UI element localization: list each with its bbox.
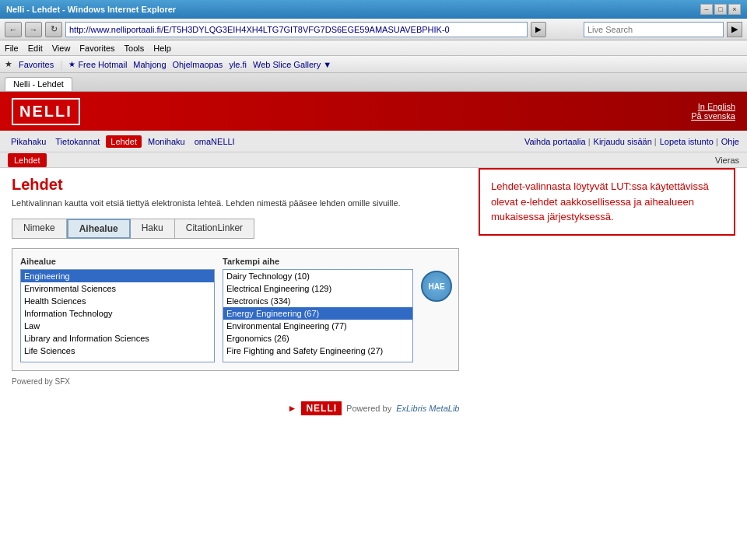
nav-vaihda[interactable]: Vaihda portaalia xyxy=(524,137,591,146)
tab-aihealue[interactable]: Aihealue xyxy=(67,219,131,239)
aihealue-col: Aihealue Engineering Environmental Scien… xyxy=(20,257,215,362)
tab-haku[interactable]: Haku xyxy=(131,219,175,239)
breadcrumb: Lehdet xyxy=(8,153,47,167)
menu-help[interactable]: Help xyxy=(153,44,171,53)
fav-free-hotmail[interactable]: ★ Free Hotmail xyxy=(68,60,127,69)
list-item[interactable]: Environmental Engineering (77) xyxy=(223,320,412,332)
go-button[interactable]: ▶ xyxy=(531,22,546,37)
list-item[interactable]: Electrical Engineering (129) xyxy=(223,282,412,295)
breadcrumb-visitor-bar: Lehdet Vieras xyxy=(0,152,747,168)
app-container: NELLI In English På svenska Pikahaku Tie… xyxy=(0,92,747,439)
language-selector: In English På svenska xyxy=(691,102,735,121)
fav-web-slice[interactable]: Web Slice Gallery ▼ xyxy=(253,60,331,69)
maximize-button[interactable]: □ xyxy=(714,4,727,15)
tab-bar: Nelli - Lehdet xyxy=(0,73,747,92)
aihealue-listbox[interactable]: Engineering Environmental Sciences Healt… xyxy=(20,269,215,362)
refresh-button[interactable]: ↻ xyxy=(45,22,62,37)
tarkempi-listbox[interactable]: Dairy Technology (10) Electrical Enginee… xyxy=(223,269,413,362)
page-title: Lehdet xyxy=(12,176,479,194)
fav-favorites[interactable]: Favorites xyxy=(19,60,54,69)
content-tabs: Nimeke Aihealue Haku CitationLinker xyxy=(12,219,479,239)
list-item[interactable]: Energy Engineering (67) xyxy=(223,307,412,320)
tab-citationlinker[interactable]: CitationLinker xyxy=(175,219,254,239)
nelli-logo: NELLI xyxy=(12,98,80,125)
menu-edit[interactable]: Edit xyxy=(28,44,43,53)
form-row: Aihealue Engineering Environmental Scien… xyxy=(20,257,451,362)
address-bar[interactable] xyxy=(65,22,528,37)
hae-button[interactable]: HAE xyxy=(421,271,452,302)
nav-lopeta[interactable]: Lopeta istunto xyxy=(660,137,718,146)
visitor-label: Vieras xyxy=(715,156,739,165)
lang-english[interactable]: In English xyxy=(698,102,735,111)
search-form: Aihealue Engineering Environmental Scien… xyxy=(12,248,459,371)
close-button[interactable]: × xyxy=(728,4,741,15)
menu-bar: File Edit View Favorites Tools Help xyxy=(0,40,747,56)
tab-nimeke[interactable]: Nimeke xyxy=(12,219,67,239)
browser-toolbar: ← → ↻ ▶ ▶ xyxy=(0,19,747,40)
page-desc: Lehtivalinnan kautta voit etsiä tiettyä … xyxy=(12,198,479,208)
list-item[interactable]: Health Sciences xyxy=(21,295,214,307)
powered-by: Powered by SFX xyxy=(12,377,479,386)
nelli-nav-right: Vaihda portaalia Kirjaudu sisään Lopeta … xyxy=(524,137,739,146)
nav-omanelli[interactable]: omaNELLI xyxy=(191,135,238,148)
left-panel: Lehdet Lehtivalinnan kautta voit etsiä t… xyxy=(12,176,479,386)
list-item[interactable]: Information Technology xyxy=(21,307,214,320)
fav-mahjong[interactable]: Mahjong xyxy=(133,60,166,69)
footer-logo: ► NELLI Powered by ExLibris MetaLib xyxy=(288,401,460,415)
menu-favorites[interactable]: Favorites xyxy=(79,44,114,53)
nav-monihaku[interactable]: Monihaku xyxy=(145,135,188,148)
favorites-bar: ★ Favorites | ★ Free Hotmail Mahjong Ohj… xyxy=(0,56,747,73)
nav-ohje[interactable]: Ohje xyxy=(721,137,739,146)
nelli-logo-text: NELLI xyxy=(12,98,80,125)
nelli-nav: Pikahaku Tietokannat Lehdet Monihaku oma… xyxy=(0,131,747,152)
lang-swedish[interactable]: På svenska xyxy=(691,111,735,121)
back-button[interactable]: ← xyxy=(5,22,22,37)
window-controls: – □ × xyxy=(700,4,741,15)
list-item[interactable]: Fire Fighting and Safety Engineering (27… xyxy=(223,345,412,357)
list-item[interactable]: Life Sciences xyxy=(21,345,214,357)
minimize-button[interactable]: – xyxy=(700,4,713,15)
aihealue-label: Aihealue xyxy=(20,257,215,266)
nelli-nav-left: Pikahaku Tietokannat Lehdet Monihaku oma… xyxy=(8,135,238,148)
nelli-footer: ► NELLI Powered by ExLibris MetaLib xyxy=(12,386,735,431)
nav-tietokannat[interactable]: Tietokannat xyxy=(52,135,103,148)
tarkempi-label: Tarkempi aihe xyxy=(223,257,413,266)
forward-button[interactable]: → xyxy=(25,22,42,37)
nav-pikahaku[interactable]: Pikahaku xyxy=(8,135,49,148)
list-item[interactable]: Ergonomics (26) xyxy=(223,332,412,345)
browser-title-bar: Nelli - Lehdet - Windows Internet Explor… xyxy=(0,0,747,19)
search-input[interactable] xyxy=(584,22,724,37)
footer-nelli-text: NELLI xyxy=(301,401,342,415)
list-item[interactable]: Electronics (334) xyxy=(223,295,412,307)
list-item[interactable]: Dairy Technology (10) xyxy=(223,270,412,282)
tooltip-box: Lehdet-valinnasta löytyvät LUT:ssa käyte… xyxy=(479,168,735,236)
menu-file[interactable]: File xyxy=(5,44,19,53)
list-item[interactable]: Library and Information Sciences xyxy=(21,332,214,345)
nelli-header: NELLI In English På svenska xyxy=(0,92,747,131)
footer-metalib-text: ExLibris MetaLib xyxy=(396,404,459,413)
fav-yle[interactable]: yle.fi xyxy=(229,60,247,69)
fav-ohjelmaopas[interactable]: Ohjelmaopas xyxy=(173,60,223,69)
menu-view[interactable]: View xyxy=(52,44,71,53)
search-go-button[interactable]: ▶ xyxy=(727,22,742,37)
list-item[interactable]: Engineering xyxy=(21,270,214,282)
browser-tab[interactable]: Nelli - Lehdet xyxy=(5,77,72,91)
chevron-down-icon: ▼ xyxy=(323,60,331,69)
list-item[interactable]: Environmental Sciences xyxy=(21,282,214,295)
nav-kirjaudu[interactable]: Kirjaudu sisään xyxy=(594,137,657,146)
list-item[interactable]: Law xyxy=(21,320,214,332)
tarkempi-col: Tarkempi aihe Dairy Technology (10) Elec… xyxy=(223,257,413,362)
menu-tools[interactable]: Tools xyxy=(124,44,145,53)
browser-title-text: Nelli - Lehdet - Windows Internet Explor… xyxy=(6,5,176,14)
nav-lehdet[interactable]: Lehdet xyxy=(106,135,142,148)
main-content: Lehdet Lehtivalinnan kautta voit etsiä t… xyxy=(0,168,747,439)
footer-powered-text: Powered by xyxy=(346,404,391,413)
